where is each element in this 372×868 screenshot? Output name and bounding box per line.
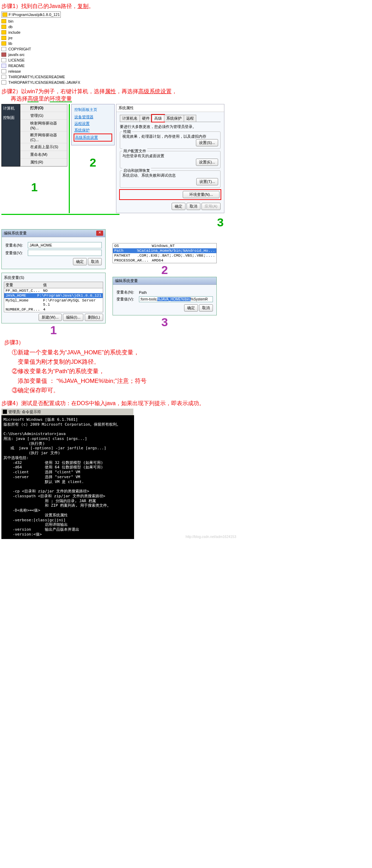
file-item[interactable]: include xyxy=(1,30,238,35)
cancel-button[interactable]: 取消 xyxy=(88,258,102,265)
varname-input[interactable] xyxy=(28,242,102,248)
green-line-v xyxy=(69,104,70,213)
ok-button[interactable]: 确定 xyxy=(172,203,185,210)
file-item[interactable]: LICENSE xyxy=(1,57,238,63)
file-item[interactable]: COPYRIGHT xyxy=(1,46,238,52)
folder-icon xyxy=(2,13,7,17)
file-item[interactable]: lib xyxy=(1,41,238,46)
control-panel-links: 控制面板主页 设备管理器 远程设置 系统保护 高级系统设置 xyxy=(71,104,115,145)
ctx-prop[interactable]: 属性(R) xyxy=(20,159,67,166)
del-button[interactable]: 删除(L) xyxy=(85,314,103,321)
step4-title: 步骤4）测试是否配置成功：在DOS中输入java，如果出现下列提示，即表示成功。 xyxy=(1,400,238,407)
table-row[interactable]: OSWindows_NT xyxy=(113,243,216,248)
table-row[interactable]: JAVA_HOMEF:\Program\Java\jdk1.8.0_121 xyxy=(4,293,103,298)
tab-protect[interactable]: 系统保护 xyxy=(164,115,184,122)
file-item[interactable]: bin xyxy=(1,18,238,24)
number-2: 2 xyxy=(71,156,115,169)
folder-icon xyxy=(1,36,6,40)
folder-icon xyxy=(1,30,6,34)
file-item[interactable]: jre xyxy=(1,35,238,41)
ctx-disc[interactable]: 断开网络驱动器(C)... xyxy=(20,131,67,143)
env-var-button[interactable]: 环境变量(N)... xyxy=(183,191,220,198)
ctx-map[interactable]: 映射网络驱动器(N)... xyxy=(20,120,67,131)
file-list: bindbincludejrelibCOPYRIGHTjavafx-srcLIC… xyxy=(1,18,238,85)
tab-name[interactable]: 计算机名 xyxy=(120,115,140,122)
file-icon xyxy=(1,47,6,51)
path-bar[interactable]: F:\Program\Java\jdk1.8.0_121 xyxy=(1,11,61,18)
ok-button[interactable]: 确定 xyxy=(73,258,87,265)
step2-title: 步骤2）以win7为例子，右键计算机，选择属性，再选择高级系统设置， 再选择高级… xyxy=(1,88,238,103)
file-icon xyxy=(1,75,6,79)
green-line-h xyxy=(1,214,119,215)
link-adv-settings[interactable]: 高级系统设置 xyxy=(74,134,111,141)
file-item[interactable]: THIRDPARTYLICENSEREADME-JAVAFX xyxy=(1,80,238,85)
ctx-desk[interactable]: 在桌面上显示(S) xyxy=(20,143,67,151)
number-1: 1 xyxy=(1,180,67,194)
folder-icon xyxy=(1,41,6,46)
perf-settings-button[interactable]: 设置(S)... xyxy=(196,139,218,146)
file-item[interactable]: db xyxy=(1,24,238,30)
close-icon[interactable]: ✕ xyxy=(96,231,103,236)
folder-icon xyxy=(1,19,6,23)
link-protect[interactable]: 系统保护 xyxy=(74,128,111,133)
context-menu[interactable]: 打开(O) 管理(G) 映射网络驱动器(N)... 断开网络驱动器(C)... … xyxy=(20,104,67,167)
nav-panel: 计算机 控制面 xyxy=(1,104,20,167)
sysprop-tabs: 计算机名 硬件 高级 系统保护 远程 xyxy=(120,115,221,122)
edit-var-dialog-path: 编辑系统变量 变量名(N):Path 变量值(V): :form-tools;%… xyxy=(113,277,217,315)
link-remote[interactable]: 远程设置 xyxy=(74,121,111,126)
tab-advanced[interactable]: 高级 xyxy=(152,115,164,122)
file-item[interactable]: README xyxy=(1,63,238,69)
txt-icon xyxy=(1,64,6,68)
system-properties-dialog: 系统属性 计算机名 硬件 高级 系统保护 远程 要进行大多数更改，您必须作为管理… xyxy=(116,104,224,213)
step3-heading: 步骤3） xyxy=(1,339,238,346)
p-number-1: 1 xyxy=(1,323,106,337)
file-item[interactable]: javafx-src xyxy=(1,52,238,57)
number-3: 3 xyxy=(217,216,224,229)
ctx-manage[interactable]: 管理(G) xyxy=(20,112,67,120)
link-device-mgr[interactable]: 设备管理器 xyxy=(74,114,111,120)
file-icon xyxy=(1,69,6,73)
sysvars-panel: 系统变量(S) 变量值 FP_NO_HOST_C...NOJAVA_HOMEF:… xyxy=(1,273,106,323)
step3-text: ①新建一个变量名为“JAVA_HOME”的系统变量， 变量值为刚才复制的JDK路… xyxy=(1,348,238,395)
new-button[interactable]: 新建(W)... xyxy=(39,314,62,321)
user-settings-button[interactable]: 设置(E)... xyxy=(196,159,218,166)
cmd-title-bar: 管理员: 命令提示符 xyxy=(1,409,133,415)
table-row[interactable]: PATHEXT.COM;.EXE;.BAT;.CMD;.VBS;.VBE;...… xyxy=(113,253,216,258)
cmd-output: Microsoft Windows [版本 6.1.7601] 版权所有 (c)… xyxy=(1,415,134,539)
env-var-list: OSWindows_NTPath%Catalina_Home%/bin;%And… xyxy=(113,243,217,263)
p-number-3: 3 xyxy=(113,315,217,329)
file-item[interactable]: release xyxy=(1,69,238,74)
varvalue-input[interactable] xyxy=(28,250,102,256)
edit-button[interactable]: 编辑(I)... xyxy=(63,314,84,321)
zip-icon xyxy=(1,53,6,57)
ok-button[interactable]: 确定 xyxy=(184,304,198,312)
edit-var-dialog-javahome: 编辑系统变量✕ 变量名(N): 变量值(V): 确定 取消 xyxy=(1,229,106,269)
ctx-rename[interactable]: 重命名(M) xyxy=(20,151,67,159)
tab-hardware[interactable]: 硬件 xyxy=(140,115,152,122)
table-row[interactable]: NUMBER_OF_PR...4 xyxy=(4,307,103,312)
file-item[interactable]: THIRDPARTYLICENSEREADME xyxy=(1,74,238,80)
tab-remote[interactable]: 远程 xyxy=(184,115,196,122)
path-text: F:\Program\Java\jdk1.8.0_121 xyxy=(9,13,60,17)
step1-title: 步骤1）找到自己的Java路径，复制。 xyxy=(1,3,238,10)
ctx-open[interactable]: 打开(O) xyxy=(20,104,67,112)
admin-note: 要进行大多数更改，您必须作为管理员登录。 xyxy=(120,124,221,129)
boot-settings-button[interactable]: 设置(T)... xyxy=(196,178,218,185)
table-row[interactable]: MySql_HomeF:\Program\MySQL Server 5.1 xyxy=(4,298,103,307)
table-row[interactable]: PROCESSOR_AR...AMD64 xyxy=(113,258,216,263)
apply-button[interactable]: 应用(A) xyxy=(201,203,221,210)
file-icon xyxy=(1,58,6,62)
cancel-button[interactable]: 取消 xyxy=(199,304,213,312)
file-icon xyxy=(1,80,6,85)
cancel-button[interactable]: 取消 xyxy=(187,203,200,210)
p-number-2: 2 xyxy=(113,263,217,277)
table-row[interactable]: FP_NO_HOST_C...NO xyxy=(4,288,103,293)
sysprop-title: 系统属性 xyxy=(116,104,224,112)
folder-icon xyxy=(1,25,6,29)
table-row[interactable]: Path%Catalina_Home%/bin;%Android_Ho... xyxy=(113,248,216,253)
